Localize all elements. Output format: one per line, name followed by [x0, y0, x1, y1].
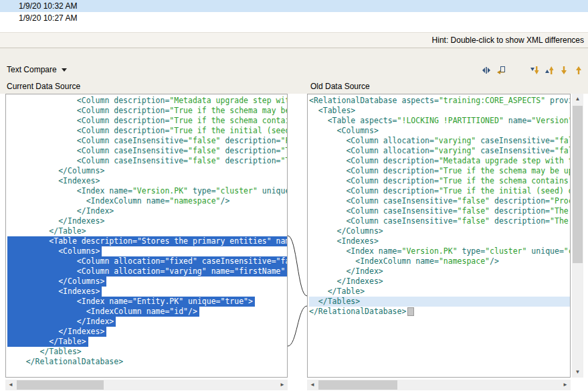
code-token: /> [490, 256, 499, 266]
code-line[interactable]: <Columns> [309, 126, 379, 136]
code-line[interactable]: <Column description="True if the schema … [309, 176, 571, 186]
code-line[interactable]: <Column caseInsensitive="false" descript… [309, 196, 571, 206]
code-token: <Column caseInsensitive= [309, 206, 458, 216]
code-line[interactable]: </Index> [309, 266, 383, 277]
scroll-up-button[interactable]: ▲ [572, 94, 583, 104]
code-line[interactable]: <Indexes> [309, 236, 379, 246]
code-line[interactable]: <Indexes> [7, 176, 100, 186]
code-token: <Column caseInsensitive= [309, 216, 458, 226]
right-editor[interactable]: <RelationalDatabase aspects="training:CO… [307, 94, 571, 378]
vertical-scrollbar-thumb[interactable] [573, 106, 583, 263]
horizontal-scrollbar-thumb[interactable] [318, 380, 397, 390]
structure-compare-list[interactable]: 1/9/20 10:32 AM1/9/20 10:27 AM [0, 0, 588, 32]
code-token: </Table> [7, 226, 86, 236]
code-line[interactable]: <Column allocation="varying" caseInsensi… [309, 146, 571, 156]
code-token: provid [545, 96, 571, 105]
left-horizontal-scrollbar[interactable]: ◄ ► [5, 380, 288, 390]
code-token: "false" [458, 196, 490, 206]
code-token: "true" [221, 297, 249, 306]
code-line[interactable]: </Index> [7, 206, 114, 216]
copy-all-right-to-left-icon[interactable] [494, 64, 508, 77]
code-line[interactable]: <Column description="True if the schema … [7, 106, 288, 116]
code-token: caseInsensitive= [197, 256, 276, 266]
code-line[interactable]: <Column allocation="varying" caseInsensi… [309, 136, 571, 146]
code-line[interactable]: <Column allocation="fixed" caseInsensiti… [7, 256, 288, 266]
code-line[interactable]: </Columns> [309, 226, 383, 236]
code-line[interactable]: <IndexColumn name="namespace"/> [309, 256, 499, 266]
code-token: unique= [183, 297, 220, 306]
code-token: "Version.PK" [401, 246, 457, 256]
code-token: <Column allocation= [309, 146, 434, 155]
scroll-right-button[interactable]: ► [560, 380, 571, 390]
code-line[interactable]: </Indexes> [309, 277, 383, 287]
code-line[interactable]: </Indexes> [7, 327, 106, 337]
code-line[interactable]: </Tables> [7, 347, 82, 357]
scroll-down-button[interactable]: ▼ [572, 367, 583, 378]
horizontal-scrollbar-thumb[interactable] [17, 380, 104, 390]
code-line[interactable]: <Columns> [7, 246, 102, 256]
code-token: <Column caseInsensitive= [7, 146, 188, 155]
code-line[interactable]: </Table> [7, 226, 86, 236]
code-line[interactable]: <Table description="Stores the primary e… [7, 236, 288, 246]
code-line[interactable]: <Column description="True if the initial… [309, 186, 571, 196]
code-token: <RelationalDatabase aspects= [309, 96, 439, 105]
code-line[interactable]: <Column caseInsensitive="false" descript… [309, 206, 571, 216]
scroll-right-button[interactable]: ► [277, 380, 288, 390]
code-token: "false" [188, 136, 220, 145]
code-line[interactable]: <Column description="Metadata upgrade st… [7, 96, 288, 106]
code-line[interactable]: </Table> [309, 287, 365, 297]
code-token: description= [221, 156, 281, 165]
next-difference-icon[interactable] [527, 64, 542, 77]
previous-difference-icon[interactable] [542, 64, 557, 77]
code-line[interactable]: <Column caseInsensitive="false" descript… [7, 146, 288, 156]
code-token: </Index> [7, 317, 114, 326]
code-token: /> [221, 196, 230, 206]
right-horizontal-scrollbar[interactable]: ◄ ► [307, 380, 571, 390]
viewer-switcher-dropdown[interactable]: Text Compare [7, 65, 67, 74]
code-line[interactable]: </Index> [7, 317, 116, 327]
code-line[interactable]: <Index name="Entity.PK" unique="true"> [7, 297, 255, 307]
next-change-icon[interactable] [557, 64, 571, 77]
previous-change-icon[interactable] [571, 64, 586, 77]
code-token: </RelationalDatabase> [7, 357, 123, 366]
code-line[interactable]: <Indexes> [7, 287, 102, 297]
vertical-scrollbar[interactable]: ▲ ▼ [572, 94, 583, 378]
code-line[interactable]: </Columns> [7, 166, 104, 176]
code-token: "Metadata upgrade step with the [169, 96, 288, 105]
code-line[interactable]: <Column allocation="varying" name="first… [7, 266, 288, 277]
code-token: type= [188, 186, 216, 196]
swap-left-right-icon[interactable] [479, 64, 494, 77]
code-line[interactable]: </RelationalDatabase> [309, 307, 414, 317]
history-item[interactable]: 1/9/20 10:27 AM [0, 12, 588, 24]
scroll-left-button[interactable]: ◄ [5, 380, 16, 390]
code-line[interactable]: <Table aspects="!LOCKING !PARTITIONED" n… [309, 116, 571, 126]
code-line[interactable]: </RelationalDatabase> [7, 357, 123, 367]
scroll-left-button[interactable]: ◄ [307, 380, 318, 390]
code-line[interactable]: </Indexes> [7, 216, 104, 226]
code-line[interactable]: <Column caseInsensitive="false" descript… [309, 216, 571, 226]
code-token: <IndexColumn name= [7, 196, 169, 206]
history-item[interactable]: 1/9/20 10:32 AM [0, 0, 588, 12]
code-line[interactable]: <Column description="Metadata upgrade st… [309, 156, 571, 166]
code-line[interactable]: <Column description="True if the initial… [7, 126, 288, 136]
code-line[interactable]: </Columns> [7, 277, 106, 287]
left-editor[interactable]: <Column description="Metadata upgrade st… [5, 94, 288, 378]
code-line[interactable]: <IndexColumn name="namespace"/> [7, 196, 229, 206]
code-line[interactable]: <Index name="Version.PK" type="cluster" … [309, 246, 571, 256]
code-line[interactable]: </Table> [7, 337, 88, 347]
code-line[interactable]: <Column description="True if the schema … [309, 166, 571, 176]
diff-connector-gutter [288, 94, 307, 378]
code-token: <Tables> [309, 106, 355, 115]
code-line[interactable]: <Column description="True if the schema … [7, 116, 288, 126]
viewer-title: Text Compare [7, 65, 57, 74]
code-token: <IndexColumn name= [7, 307, 169, 316]
code-token: <Index name= [309, 246, 401, 256]
code-line[interactable]: <Column caseInsensitive="false" descript… [7, 156, 288, 166]
code-line[interactable]: <IndexColumn name="id"/> [7, 307, 199, 317]
hint-text: Hint: Double-click to show XML differenc… [432, 35, 584, 45]
code-line[interactable]: <Column caseInsensitive="false" descript… [7, 136, 288, 146]
code-line[interactable]: <RelationalDatabase aspects="training:CO… [309, 96, 571, 106]
code-line[interactable]: <Index name="Version.PK" type="cluster" … [7, 186, 288, 196]
code-line[interactable]: </Tables> [309, 297, 570, 307]
code-line[interactable]: <Tables> [309, 106, 355, 116]
